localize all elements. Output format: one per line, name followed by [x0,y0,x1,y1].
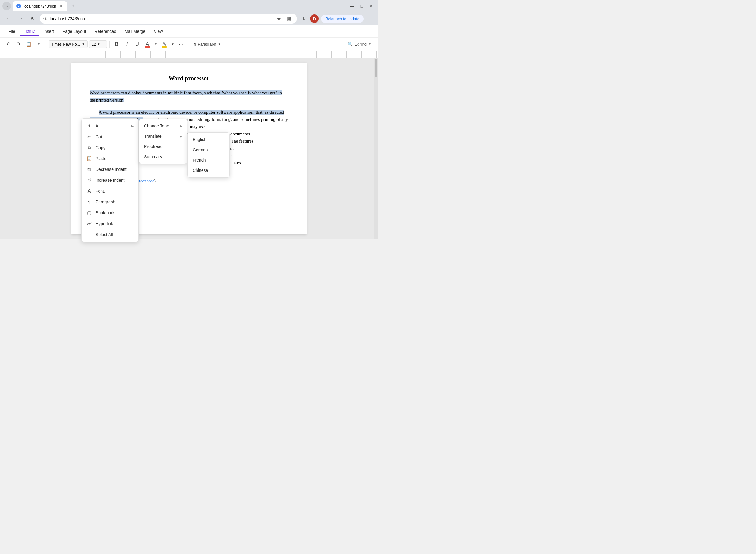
change-tone-arrow-icon: ▶ [180,124,182,128]
ai-arrow-icon: ▶ [131,124,133,128]
proofread-label: Proofread [144,144,182,149]
bold-button[interactable]: B [112,40,121,49]
url-bar[interactable]: ⓘ localhost:7243/rich ★ ▨ [40,14,297,23]
clipboard-arrow-icon: ▼ [34,40,43,49]
menu-view[interactable]: View [150,27,166,36]
menu-insert[interactable]: Insert [40,27,58,36]
separator-2 [109,41,110,48]
font-color-button[interactable]: A [143,40,152,49]
document-title: Word processor [90,75,288,82]
translate-english-item[interactable]: English [188,134,229,145]
app-toolbar: File Home Insert Page Layout References … [0,25,378,51]
paste-icon: 📋 [87,156,92,161]
menu-references[interactable]: References [91,27,120,36]
scrollbar[interactable] [374,58,378,239]
highlight-dropdown[interactable]: ▼ [170,40,175,49]
security-icon: ⓘ [43,16,47,21]
english-label: English [193,137,207,142]
font-family-selector[interactable]: Times New Ro... ▼ [49,40,88,48]
font-size-dropdown-icon: ▼ [97,43,100,46]
french-label: French [193,158,206,162]
ctx-paste-label: Paste [96,156,133,161]
editing-button[interactable]: 🔍 Editing ▼ [345,41,374,48]
active-tab[interactable]: ● localhost:7243/rich ✕ [13,1,67,11]
browser-menu-button[interactable]: ⋮ [366,14,374,23]
formatting-bar: ↶ ↷ 📋 ▼ Times New Ro... ▼ 12 ▼ B I U A ▼… [0,37,378,51]
redo-button[interactable]: ↷ [14,40,23,49]
increase-indent-icon: ↺ [87,177,92,183]
ctx-paragraph-item[interactable]: ¶ Paragraph... [82,197,139,207]
ctx-select-all-item[interactable]: ≣ Select All [82,229,139,240]
paragraph-icon: ¶ [194,42,196,46]
ctx-ai-item[interactable]: ✦ AI ▶ [82,121,139,131]
clipboard-button[interactable]: 📋 [24,40,33,49]
font-size-selector[interactable]: 12 ▼ [89,40,107,48]
ctx-cut-item[interactable]: ✂ Cut [82,131,139,142]
translate-french-item[interactable]: French [188,155,229,165]
tab-bar: ⌄ ● localhost:7243/rich ✕ + — □ ✕ [0,0,378,12]
font-color-indicator [145,46,150,48]
url-text: localhost:7243/rich [50,16,272,21]
ctx-hyperlink-item[interactable]: ☍ Hyperlink... [82,218,139,229]
ctx-paragraph-label: Paragraph... [96,200,133,204]
translate-german-item[interactable]: German [188,145,229,155]
scrollbar-thumb[interactable] [375,59,377,77]
undo-button[interactable]: ↶ [4,40,13,49]
maximize-button[interactable]: □ [358,2,366,10]
editing-dropdown-icon: ▼ [368,43,371,46]
download-icon[interactable]: ⇓ [299,14,308,23]
reload-button[interactable]: ↻ [28,14,37,23]
ai-change-tone-item[interactable]: Change Tone ▶ [139,121,187,131]
highlight-button[interactable]: ✎ [160,40,169,49]
ctx-increase-indent-label: Increase Indent [96,178,133,183]
ai-icon: ✦ [87,123,92,129]
ctx-increase-indent-item[interactable]: ↺ Increase Indent [82,175,139,186]
address-bar: ← → ↻ ⓘ localhost:7243/rich ★ ▨ ⇓ D Rela… [0,12,378,25]
menu-page-layout[interactable]: Page Layout [59,27,90,36]
ctx-decrease-indent-item[interactable]: ↹ Decrease Indent [82,164,139,175]
ruler-background [0,51,378,58]
ctx-bookmark-item[interactable]: ▢ Bookmark... [82,207,139,218]
ctx-paste-item[interactable]: 📋 Paste [82,153,139,164]
italic-button[interactable]: I [122,40,131,49]
menu-mail-merge[interactable]: Mail Merge [121,27,149,36]
summary-label: Summary [144,154,182,159]
paragraph-button[interactable]: ¶ Paragraph ▼ [191,41,224,48]
font-dropdown-icon: ▼ [82,43,85,46]
more-options-button[interactable]: ⋯ [177,40,186,49]
paragraph-dropdown-icon: ▼ [218,43,221,46]
tab-switcher-button[interactable]: ⌄ [2,2,11,10]
new-tab-button[interactable]: + [69,2,77,10]
tab-close-button[interactable]: ✕ [58,4,63,8]
tab-title: localhost:7243/rich [23,4,56,8]
ai-summary-item[interactable]: Summary [139,152,187,162]
cut-icon: ✂ [87,134,92,140]
translate-label: Translate [144,134,177,138]
ctx-copy-item[interactable]: ⧉ Copy [82,142,139,153]
ai-proofread-item[interactable]: Proofread [139,142,187,152]
back-button[interactable]: ← [4,14,13,23]
font-color-dropdown[interactable]: ▼ [153,40,159,49]
tab-favicon: ● [16,4,21,8]
translate-chinese-item[interactable]: Chinese [188,165,229,175]
select-all-icon: ≣ [87,232,92,237]
ctx-font-item[interactable]: A Font... [82,186,139,197]
underline-button[interactable]: U [132,40,142,49]
menu-home[interactable]: Home [20,27,39,36]
minimize-button[interactable]: — [348,2,356,10]
close-button[interactable]: ✕ [367,2,376,10]
document-area: Word processor Word processors can displ… [0,58,378,239]
ai-translate-item[interactable]: Translate ▶ [139,131,187,142]
menu-file[interactable]: File [5,27,19,36]
relaunch-button[interactable]: Relaunch to update [321,15,364,23]
profile-avatar[interactable]: D [310,14,319,23]
change-tone-label: Change Tone [144,124,177,128]
paragraph-1: Word processors can display documents in… [90,89,288,104]
bookmark-star-icon[interactable]: ★ [275,14,283,23]
translate-arrow-icon: ▶ [180,134,182,138]
ctx-copy-label: Copy [96,145,133,150]
translate-submenu: English German French Chinese [187,132,230,177]
extensions-icon[interactable]: ▨ [285,14,293,23]
context-menu: ✦ AI ▶ ✂ Cut ⧉ Copy 📋 Paste ↹ Decrease I… [82,118,139,242]
forward-button[interactable]: → [16,14,25,23]
